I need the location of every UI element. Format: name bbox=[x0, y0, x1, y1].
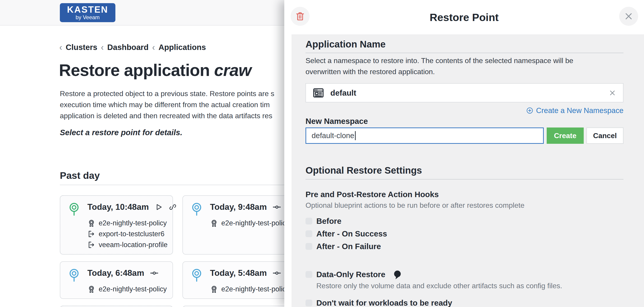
detail-label: veeam-location-profile bbox=[99, 241, 168, 249]
breadcrumb-clusters[interactable]: Clusters bbox=[66, 43, 97, 52]
create-new-namespace-link[interactable]: Create a New Namespace bbox=[526, 106, 624, 115]
namespace-select[interactable]: default bbox=[306, 83, 624, 102]
data-only-restore-row: Data-Only Restore bbox=[306, 269, 402, 280]
restore-point-detail-row: veeam-location-profile bbox=[88, 240, 167, 249]
after-on-success-checkbox[interactable] bbox=[306, 230, 312, 237]
new-namespace-input[interactable]: default-clone bbox=[306, 128, 544, 144]
restore-point-panel: Restore Point Application Name Select a … bbox=[284, 0, 644, 307]
detail-label: e2e-nightly-test-policy bbox=[99, 285, 167, 293]
detail-label: e2e-nightly-test-policy bbox=[221, 219, 290, 227]
restore-point-pin-icon bbox=[69, 202, 79, 217]
panel-header: Restore Point bbox=[284, 0, 644, 34]
restore-point-time: Today, 9:48am bbox=[210, 202, 267, 212]
panel-body: Application Name Select a namespace to r… bbox=[292, 34, 644, 307]
application-name-heading: Application Name bbox=[306, 39, 386, 50]
new-namespace-label: New Namespace bbox=[306, 117, 368, 126]
restore-point-card[interactable]: Today, 5:48ame2e-nightly-test-policy bbox=[182, 261, 296, 299]
chevron-left-icon: ‹ bbox=[152, 42, 155, 53]
restore-point-card[interactable]: Today, 9:48ame2e-nightly-test-policy bbox=[182, 195, 296, 254]
clear-namespace-icon[interactable] bbox=[608, 89, 617, 97]
chevron-left-icon: ‹ bbox=[101, 42, 104, 53]
data-only-restore-checkbox[interactable] bbox=[306, 271, 312, 278]
no-wait-checkbox[interactable] bbox=[306, 299, 312, 306]
breadcrumb-dashboard[interactable]: Dashboard bbox=[107, 43, 148, 52]
after-on-failure-checkbox[interactable] bbox=[306, 243, 312, 250]
snapshot-icon bbox=[273, 203, 281, 211]
selected-namespace: default bbox=[330, 88, 356, 97]
application-name-italic: craw bbox=[214, 61, 251, 80]
restore-point-card[interactable]: Today, 6:48ame2e-nightly-test-policy bbox=[60, 261, 173, 299]
breadcrumb-applications[interactable]: Applications bbox=[158, 43, 206, 52]
close-icon bbox=[624, 11, 634, 22]
page-title: Restore application craw bbox=[59, 61, 251, 80]
restore-point-detail-row: e2e-nightly-test-policy bbox=[88, 285, 167, 293]
restore-point-card[interactable]: Today, 1:48ame2e-nightly-test-policy bbox=[182, 306, 296, 307]
text-caret bbox=[355, 131, 356, 140]
restore-point-card-grid: Today, 10:48ame2e-nightly-test-policyexp… bbox=[60, 195, 296, 307]
play-icon[interactable] bbox=[155, 203, 163, 211]
export-icon bbox=[88, 230, 96, 238]
page-description: Restore a protected object to a previous… bbox=[60, 88, 274, 121]
policy-icon bbox=[88, 219, 96, 227]
restore-point-card[interactable]: Today, 2:48ame2e-nightly-test-policy bbox=[60, 306, 173, 307]
circle-plus-icon bbox=[526, 107, 533, 114]
optional-restore-settings-heading: Optional Restore Settings bbox=[306, 165, 422, 176]
panel-title: Restore Point bbox=[284, 0, 644, 34]
namespace-description: Select a namespace to restore into. The … bbox=[306, 55, 599, 77]
restore-point-detail-row: e2e-nightly-test-policy bbox=[88, 219, 167, 227]
before-checkbox[interactable] bbox=[306, 218, 312, 224]
restore-point-time: Today, 5:48am bbox=[210, 268, 267, 278]
detail-label: export-to-testcluster6 bbox=[99, 230, 164, 238]
cancel-button[interactable]: Cancel bbox=[586, 128, 624, 144]
policy-icon bbox=[210, 219, 218, 227]
past-day-heading: Past day bbox=[60, 170, 100, 181]
restore-point-detail-row: e2e-nightly-test-policy bbox=[210, 219, 289, 227]
snapshot-icon bbox=[273, 269, 281, 277]
select-restore-point-hint: Select a restore point for details. bbox=[60, 128, 182, 137]
detail-label: e2e-nightly-test-policy bbox=[221, 285, 290, 293]
restore-point-time: Today, 10:48am bbox=[88, 202, 149, 212]
snapshot-icon bbox=[150, 269, 158, 277]
policy-icon bbox=[210, 285, 218, 293]
restore-point-time: Today, 6:48am bbox=[88, 268, 144, 278]
restore-point-card[interactable]: Today, 10:48ame2e-nightly-test-policyexp… bbox=[60, 195, 173, 254]
export-icon bbox=[88, 241, 96, 249]
delete-restore-point-button[interactable] bbox=[290, 7, 310, 26]
policy-icon bbox=[88, 285, 96, 293]
section-divider bbox=[306, 179, 624, 179]
namespace-icon bbox=[312, 87, 324, 99]
data-only-description: Restore only the volume data and exclude… bbox=[316, 282, 562, 290]
restore-point-detail-row: export-to-testcluster6 bbox=[88, 230, 167, 238]
restore-point-pin-icon bbox=[192, 202, 202, 217]
chevron-left-icon: ‹ bbox=[60, 42, 62, 53]
restore-point-pin-icon bbox=[192, 268, 202, 282]
no-wait-row: Don't wait for workloads to be ready bbox=[306, 298, 452, 307]
link-icon[interactable] bbox=[169, 203, 177, 211]
speech-bubble-icon[interactable] bbox=[393, 270, 402, 280]
breadcrumb: ‹ Clusters ‹ Dashboard ‹ Applications bbox=[60, 43, 206, 52]
close-panel-button[interactable] bbox=[619, 7, 638, 26]
section-divider bbox=[306, 53, 624, 53]
hook-after-failure-row: After - On Failure bbox=[306, 242, 381, 251]
trash-icon bbox=[295, 11, 305, 22]
restore-point-detail-row: e2e-nightly-test-policy bbox=[210, 285, 289, 293]
hooks-description: Optional blueprint actions to be run bef… bbox=[306, 201, 524, 210]
hooks-heading: Pre and Post-Restore Action Hooks bbox=[306, 190, 439, 199]
restore-point-pin-icon bbox=[69, 268, 79, 282]
hook-after-success-row: After - On Success bbox=[306, 229, 387, 238]
hook-before-row: Before bbox=[306, 217, 342, 226]
create-button[interactable]: Create bbox=[547, 128, 584, 144]
detail-label: e2e-nightly-test-policy bbox=[99, 219, 167, 227]
